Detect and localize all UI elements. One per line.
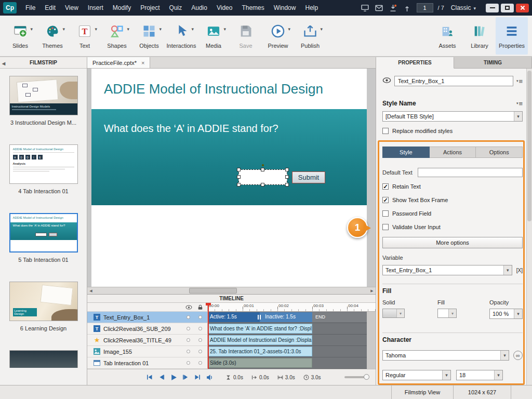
lock-dot[interactable] — [198, 350, 202, 353]
timeline-row-name[interactable]: Click2Reveal36_TITLE_49 — [87, 335, 208, 346]
eye-icon[interactable] — [382, 76, 391, 87]
menu-edit[interactable]: Edit — [40, 0, 60, 16]
publish-button[interactable]: Publish — [294, 17, 326, 55]
resize-handle-sw[interactable] — [237, 183, 241, 187]
step-back-button[interactable] — [157, 373, 166, 381]
replace-modified-styles-checkbox[interactable]: Replace modified styles — [382, 127, 523, 135]
font-family-select[interactable]: Tahoma — [382, 350, 509, 361]
save-button[interactable]: Save — [230, 17, 262, 55]
question-text[interactable]: What does the ‘A’ in ADDIE stand for? — [104, 123, 278, 135]
style-menu-icon[interactable] — [516, 100, 523, 108]
menu-modify[interactable]: Modify — [108, 0, 136, 16]
font-style-select[interactable]: Regular — [382, 370, 451, 380]
subtab-style[interactable]: Style — [382, 147, 430, 158]
menu-themes[interactable]: Themes — [237, 0, 269, 16]
library-button[interactable]: Library — [463, 17, 496, 55]
inactive-segment[interactable]: Inactive: 1.5s — [260, 312, 312, 322]
visibility-dot[interactable] — [187, 315, 190, 319]
upload-icon[interactable] — [403, 3, 412, 12]
slide-bar[interactable]: Slide (3.0s) — [208, 358, 312, 368]
timeline-ruler[interactable]: 00:00 00:01 00:02 00:03 00:04 — [208, 303, 376, 312]
resize-handle-nw[interactable] — [237, 168, 241, 171]
scroll-left-icon[interactable] — [87, 287, 95, 294]
step-forward-button[interactable] — [181, 373, 190, 381]
menu-video[interactable]: Video — [212, 0, 237, 16]
minimize-button[interactable] — [486, 4, 499, 12]
menu-file[interactable]: File — [21, 0, 40, 16]
insert-variable-button[interactable]: [X] — [516, 268, 523, 273]
menu-window[interactable]: Window — [269, 0, 301, 16]
preview-button[interactable]: Preview — [262, 17, 294, 55]
timeline-row-name[interactable]: Image_155 — [87, 346, 208, 357]
playhead-line[interactable] — [208, 303, 209, 369]
play-button[interactable] — [169, 373, 178, 381]
scrollbar-thumb[interactable] — [527, 71, 531, 221]
opacity-select[interactable]: 100 % — [489, 309, 523, 319]
themes-button[interactable]: Themes — [36, 17, 69, 55]
fill-color-picker[interactable] — [437, 309, 457, 318]
checkbox-checked-icon[interactable] — [382, 183, 389, 190]
properties-button[interactable]: Properties — [496, 17, 528, 55]
checkbox-icon[interactable] — [382, 224, 389, 230]
slide-thumbnail-3[interactable]: Instructional Design Models 3 Instructio… — [9, 76, 78, 126]
object-bar[interactable]: 25. Tab Interaction 01_2-assets-01:3.0s — [208, 347, 312, 356]
slide-stage[interactable]: ADDIE Model of Instructional Design What… — [91, 69, 367, 287]
panel-scrollbar[interactable] — [526, 69, 532, 385]
assets-button[interactable]: Assets — [431, 17, 463, 55]
resize-handle-ne[interactable] — [285, 168, 289, 171]
visibility-dot[interactable] — [187, 361, 190, 365]
slide-4-preview[interactable]: ADDIE Model of Instructional Design A D … — [9, 144, 78, 184]
collapse-panel-icon[interactable] — [2, 60, 5, 66]
submit-button[interactable]: Submit — [292, 171, 325, 183]
eye-icon[interactable] — [185, 304, 192, 312]
subtab-options[interactable]: Options — [476, 147, 523, 158]
menu-quiz[interactable]: Quiz — [165, 0, 187, 16]
slide-thumbnail-5[interactable]: ADDIE Model of Instructional Design What… — [9, 213, 78, 263]
audio-mute-button[interactable] — [205, 373, 214, 381]
tab-properties[interactable]: PROPERTIES — [376, 57, 454, 69]
playhead-marker[interactable] — [206, 303, 211, 305]
lock-dot[interactable] — [198, 315, 202, 319]
variable-select[interactable]: Text_Entry_Box_1 — [382, 265, 512, 275]
object-bar[interactable]: What does the ‘A’ in ADDIE stand for? :D… — [208, 324, 312, 334]
text-entry-box[interactable] — [238, 169, 287, 185]
more-options-button[interactable]: More options — [382, 237, 523, 248]
solid-color-picker[interactable] — [382, 309, 405, 318]
timeline-row-name[interactable]: Tab Interaction 01 — [87, 357, 208, 369]
scrollbar-thumb[interactable] — [189, 288, 237, 294]
timeline-row-name[interactable]: Click2Reveal36_SUB_209 — [87, 323, 208, 335]
skip-to-start-button[interactable] — [145, 373, 154, 381]
view-mode-select[interactable]: Filmstrip View — [391, 385, 453, 399]
resize-handle-e[interactable] — [285, 175, 289, 179]
object-name-input[interactable] — [394, 76, 513, 86]
visibility-dot[interactable] — [187, 327, 190, 330]
lock-icon[interactable] — [197, 304, 204, 312]
active-segment[interactable]: Active: 1.5s — [208, 312, 260, 322]
timeline-row-name[interactable]: Text_Entry_Box_1 — [87, 312, 208, 323]
lock-dot[interactable] — [198, 361, 202, 365]
scroll-right-icon[interactable] — [368, 287, 376, 294]
menu-audio[interactable]: Audio — [187, 0, 212, 16]
slide-3-preview[interactable]: Instructional Design Models — [9, 76, 78, 115]
shapes-button[interactable]: Shapes — [101, 17, 133, 55]
resize-handle-se[interactable] — [285, 183, 289, 187]
visibility-dot[interactable] — [187, 350, 190, 353]
checkbox-icon[interactable] — [382, 128, 389, 134]
presentation-icon[interactable] — [361, 3, 370, 12]
zoom-handle[interactable] — [364, 374, 369, 380]
maximize-button[interactable] — [501, 4, 514, 12]
text-button[interactable]: T Text — [69, 17, 101, 55]
document-tab[interactable]: PracticeFile.cptx* — [87, 57, 150, 68]
tab-timing[interactable]: TIMING — [454, 57, 532, 68]
object-bar[interactable]: ADDIE Model of Instructional Design :Dis… — [208, 335, 312, 345]
slide-title-text[interactable]: ADDIE Model of Instructional Design — [104, 81, 323, 97]
timeline-zoom-slider[interactable] — [344, 376, 368, 378]
checkbox-icon[interactable] — [382, 210, 389, 217]
workspace-select[interactable]: Classic — [449, 4, 478, 11]
slide-6-preview[interactable]: Learning Design — [9, 282, 78, 321]
close-button[interactable] — [516, 4, 529, 12]
subtab-actions[interactable]: Actions — [430, 147, 476, 158]
menu-view[interactable]: View — [60, 0, 83, 16]
menu-insert[interactable]: Insert — [83, 0, 108, 16]
menu-project[interactable]: Project — [136, 0, 164, 16]
